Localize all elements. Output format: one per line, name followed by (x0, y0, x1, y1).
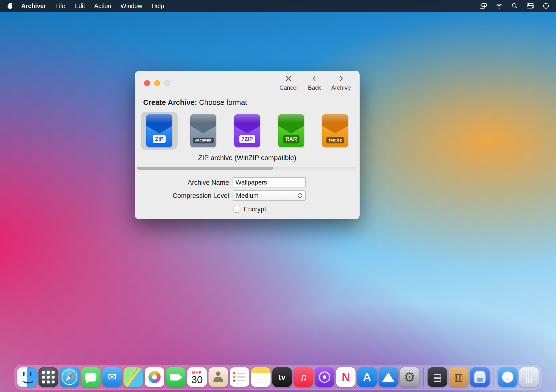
encrypt-label: Encrypt (244, 206, 266, 213)
minimize-button[interactable] (154, 80, 160, 86)
compression-level-value: Medium (236, 192, 258, 199)
format-zip[interactable]: ZIP (141, 112, 178, 150)
targz-file-icon: TAR.GZ (322, 114, 348, 147)
7zip-file-icon: 7ZIP (234, 114, 260, 147)
apple-tv-icon: tv (278, 373, 285, 381)
format-archiver[interactable]: ARCHIVER (185, 112, 222, 150)
dock-downloads[interactable]: ↓ (498, 367, 518, 387)
cancel-button[interactable]: Cancel (279, 74, 298, 91)
format-targz-label: TAR.GZ (326, 137, 344, 143)
desktop-wallpaper: Archiver FileEditActionWindowHelp Cancel… (0, 0, 556, 392)
menu-file[interactable]: File (51, 0, 70, 12)
format-zip-label: ZIP (153, 135, 166, 143)
dock-photos[interactable] (145, 367, 164, 387)
reminders-icon (233, 372, 246, 382)
dock-apple-tv[interactable]: tv (272, 367, 292, 387)
archive-button-label: Archive (331, 84, 351, 91)
archive-name-input[interactable] (233, 177, 306, 187)
displays-icon[interactable] (480, 3, 487, 9)
rar-file-icon: RAR (278, 114, 304, 147)
format-rar[interactable]: RAR (273, 112, 310, 150)
dock-packer-box[interactable]: ▥ (449, 367, 469, 387)
trash-icon (524, 371, 534, 383)
chevron-left-icon (310, 74, 319, 84)
dock-archiver-app[interactable] (379, 367, 398, 387)
dock-archive-utility[interactable]: ▤ (428, 367, 447, 387)
dock-backpack-archiver[interactable] (470, 367, 490, 387)
menu-app-name[interactable]: Archiver (17, 0, 51, 12)
menu-action[interactable]: Action (90, 0, 116, 12)
dock-notes[interactable] (251, 367, 271, 387)
launchpad-icon (42, 371, 45, 374)
news-icon: N (342, 371, 350, 383)
format-7zip[interactable]: 7ZIP (229, 112, 266, 150)
archive-button[interactable]: Archive (331, 74, 351, 91)
stepper-icon (296, 191, 304, 200)
cancel-button-label: Cancel (279, 84, 298, 91)
traffic-lights (144, 80, 170, 86)
close-button[interactable] (144, 80, 150, 86)
dialog-title-rest: Choose format (199, 98, 247, 106)
menu-window[interactable]: Window (116, 0, 147, 12)
podcasts-icon (319, 371, 330, 383)
search-icon[interactable] (512, 3, 518, 9)
format-archiver-label: ARCHIVER (193, 138, 214, 143)
chevron-right-icon (337, 74, 345, 84)
dock-system-preferences[interactable]: ⚙ (400, 367, 419, 387)
app-store-icon: A (363, 371, 371, 383)
dock-separator-1 (423, 368, 424, 386)
archiver-app-icon (382, 372, 395, 382)
back-button-label: Back (308, 84, 321, 91)
dock-finder[interactable] (17, 367, 37, 387)
dock-music[interactable]: ♫ (294, 367, 313, 387)
archive-name-label: Archive Name: (135, 179, 231, 186)
dock-safari[interactable] (60, 367, 79, 387)
format-rar-label: RAR (283, 135, 299, 143)
wifi-icon[interactable] (496, 3, 503, 9)
dock-trash[interactable] (519, 367, 539, 387)
downloads-icon: ↓ (502, 371, 513, 383)
encrypt-checkbox[interactable] (234, 206, 240, 213)
compression-level-select[interactable]: Medium (233, 190, 306, 201)
compression-level-label: Compression Level: (135, 192, 231, 199)
messages-icon (85, 373, 96, 381)
dock-facetime[interactable] (166, 367, 186, 387)
dock-messages[interactable] (81, 367, 101, 387)
x-icon (284, 74, 293, 84)
archive-utility-icon: ▤ (433, 372, 442, 382)
dock-calendar[interactable]: MAR30 (187, 367, 207, 387)
dock-contacts[interactable] (209, 367, 228, 387)
menu-bar: Archiver FileEditActionWindowHelp (0, 0, 556, 12)
music-icon: ♫ (299, 372, 307, 382)
zoom-button[interactable] (164, 80, 170, 86)
back-button[interactable]: Back (308, 74, 321, 91)
clock-icon[interactable] (543, 3, 549, 9)
dock-reminders[interactable] (230, 367, 249, 387)
dock-separator-2 (494, 368, 494, 386)
formats-scrollbar-track[interactable] (137, 167, 357, 170)
notes-icon (254, 377, 268, 385)
dock-mail[interactable]: ✉ (102, 367, 122, 387)
formats-scrollbar-thumb[interactable] (137, 167, 273, 170)
dock-maps[interactable] (124, 367, 143, 387)
window-titlebar[interactable]: CancelBackArchive (135, 71, 360, 95)
menu-edit[interactable]: Edit (70, 0, 90, 12)
dock-launchpad[interactable] (39, 367, 58, 387)
maps-icon (126, 367, 141, 387)
photos-icon (149, 371, 161, 383)
packer-box-icon: ▥ (454, 372, 463, 382)
dock-app-store[interactable]: A (357, 367, 377, 387)
dock: ✉MAR30tv♫NA⚙▤▥↓ (15, 365, 542, 390)
control-center-icon[interactable] (527, 3, 534, 9)
menu-help[interactable]: Help (147, 0, 169, 12)
apple-icon[interactable] (7, 3, 13, 9)
format-targz[interactable]: TAR.GZ (317, 112, 353, 150)
finder-icon (17, 367, 37, 387)
safari-icon (64, 372, 75, 382)
dock-news[interactable]: N (336, 367, 356, 387)
zip-file-icon: ZIP (146, 114, 172, 147)
dialog-title: Create Archive:Choose format (143, 98, 247, 107)
dock-podcasts[interactable] (315, 367, 334, 387)
format-description: ZIP archive (WinZIP compatible) (135, 154, 360, 162)
facetime-icon (170, 374, 179, 381)
